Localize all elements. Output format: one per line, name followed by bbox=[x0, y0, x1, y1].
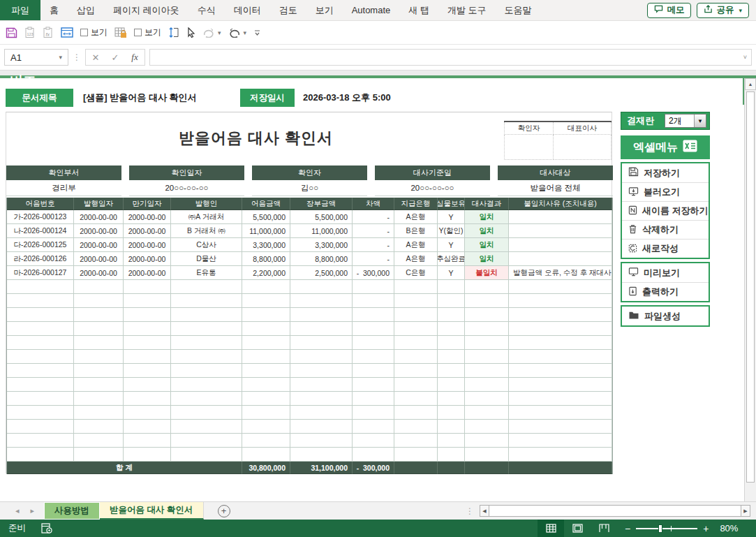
table-cell[interactable] bbox=[74, 392, 124, 406]
horizontal-scrollbar-track[interactable] bbox=[489, 505, 741, 517]
horizontal-scrollbar[interactable]: ◀ ▶ bbox=[480, 505, 750, 517]
table-cell[interactable] bbox=[124, 280, 171, 294]
memo-button[interactable]: 메모 bbox=[647, 3, 691, 18]
table-cell[interactable] bbox=[171, 364, 242, 378]
table-cell[interactable]: 2,500,000 bbox=[290, 266, 353, 280]
table-cell[interactable] bbox=[7, 434, 74, 448]
approval-col-confirmer[interactable]: 확인자 bbox=[504, 122, 554, 135]
table-cell[interactable] bbox=[465, 378, 509, 392]
table-cell[interactable]: Y bbox=[438, 238, 465, 252]
total-label[interactable]: 합 계 bbox=[7, 462, 242, 474]
table-cell[interactable] bbox=[438, 308, 465, 322]
table-cell[interactable] bbox=[465, 350, 509, 364]
table-cell[interactable] bbox=[509, 420, 612, 434]
table-cell[interactable]: 다-2026-000125 bbox=[7, 238, 74, 252]
table-cell[interactable] bbox=[290, 364, 353, 378]
table-cell[interactable] bbox=[394, 280, 438, 294]
save-icon[interactable] bbox=[6, 27, 17, 38]
table-cell[interactable] bbox=[171, 350, 242, 364]
table-cell[interactable]: A은행 bbox=[394, 210, 438, 224]
ribbon-tab-삽입[interactable]: 삽입 bbox=[68, 0, 104, 20]
insert-function-icon[interactable]: fx bbox=[125, 52, 144, 63]
table-cell[interactable] bbox=[124, 322, 171, 336]
table-cell[interactable] bbox=[353, 406, 394, 420]
table-cell[interactable] bbox=[242, 350, 290, 364]
menu-create-file-button[interactable]: 파일생성 bbox=[622, 307, 709, 325]
zoom-level[interactable]: 80% bbox=[720, 523, 738, 534]
table-cell[interactable]: E유통 bbox=[171, 266, 242, 280]
table-cell[interactable] bbox=[242, 280, 290, 294]
table-cell[interactable] bbox=[353, 434, 394, 448]
table-cell[interactable]: 11,000,000 bbox=[290, 224, 353, 238]
table-cell[interactable] bbox=[438, 420, 465, 434]
table-cell[interactable] bbox=[124, 308, 171, 322]
table-cell[interactable]: 2000-00-00 bbox=[124, 210, 171, 224]
sheet-next-icon[interactable]: ▸ bbox=[31, 506, 35, 515]
field-value[interactable]: 받을어음 전체 bbox=[498, 180, 613, 196]
field-value[interactable]: 20○○-○○-○○ bbox=[129, 180, 244, 196]
table-cell[interactable] bbox=[124, 364, 171, 378]
ribbon-tab-파일[interactable]: 파일 bbox=[0, 0, 40, 20]
saved-time-value[interactable]: 2026-03-18 오후 5:00 bbox=[303, 91, 391, 104]
table-cell[interactable] bbox=[465, 308, 509, 322]
table-cell[interactable]: 일치 bbox=[465, 210, 509, 224]
ribbon-tab-개발 도구[interactable]: 개발 도구 bbox=[438, 0, 496, 20]
checkbox-icon[interactable] bbox=[80, 29, 88, 36]
table-cell[interactable] bbox=[509, 364, 612, 378]
approval-sign-cell[interactable] bbox=[554, 135, 612, 160]
table-header-cell[interactable]: 발행인 bbox=[171, 198, 242, 210]
ribbon-tab-수식[interactable]: 수식 bbox=[188, 0, 225, 20]
table-cell[interactable] bbox=[509, 252, 612, 266]
table-cell[interactable] bbox=[290, 406, 353, 420]
table-cell[interactable] bbox=[7, 294, 74, 308]
chevron-down-icon[interactable]: ▾ bbox=[59, 54, 62, 61]
checkbox-icon[interactable] bbox=[134, 29, 142, 36]
table-cell[interactable] bbox=[394, 308, 438, 322]
total-book-amount[interactable]: 31,100,000 bbox=[290, 462, 353, 474]
table-cell[interactable] bbox=[74, 364, 124, 378]
table-cell[interactable] bbox=[290, 294, 353, 308]
document-title[interactable]: 받을어음 대사 확인서 bbox=[6, 128, 505, 149]
table-cell[interactable] bbox=[124, 378, 171, 392]
row-height-icon[interactable] bbox=[168, 27, 179, 38]
table-cell[interactable]: Y bbox=[438, 210, 465, 224]
ribbon-tab-데이터[interactable]: 데이터 bbox=[225, 0, 270, 20]
table-cell[interactable]: 나-2026-000124 bbox=[7, 224, 74, 238]
menu-load-button[interactable]: 불러오기 bbox=[622, 182, 709, 201]
table-cell[interactable] bbox=[290, 434, 353, 448]
table-cell[interactable] bbox=[74, 420, 124, 434]
table-cell[interactable]: 2000-00-00 bbox=[124, 266, 171, 280]
table-cell[interactable] bbox=[124, 350, 171, 364]
table-cell[interactable] bbox=[394, 406, 438, 420]
ribbon-tab-페이지 레이아웃[interactable]: 페이지 레이아웃 bbox=[104, 0, 188, 20]
table-cell[interactable]: 8,800,000 bbox=[242, 252, 290, 266]
ribbon-tab-새 탭[interactable]: 새 탭 bbox=[399, 0, 438, 20]
table-cell[interactable] bbox=[124, 434, 171, 448]
table-cell[interactable]: 일치 bbox=[465, 238, 509, 252]
protect-sheet-icon[interactable] bbox=[114, 27, 127, 38]
zoom-in-icon[interactable]: + bbox=[703, 523, 709, 534]
table-cell[interactable] bbox=[242, 434, 290, 448]
table-cell[interactable] bbox=[465, 434, 509, 448]
table-cell[interactable]: 발행금액 오류, 수정 후 재대사 bbox=[509, 266, 612, 280]
table-cell[interactable] bbox=[7, 350, 74, 364]
ribbon-tab-검토[interactable]: 검토 bbox=[270, 0, 306, 20]
table-cell[interactable] bbox=[465, 406, 509, 420]
ribbon-tab-홈[interactable]: 홈 bbox=[40, 0, 68, 20]
table-cell[interactable] bbox=[438, 294, 465, 308]
total-diff-amount[interactable]: - 300,000 bbox=[353, 462, 394, 474]
table-cell[interactable] bbox=[171, 448, 242, 462]
cursor-icon[interactable] bbox=[186, 27, 195, 38]
zoom-slider[interactable] bbox=[636, 524, 697, 533]
table-cell[interactable] bbox=[124, 294, 171, 308]
table-cell[interactable] bbox=[171, 420, 242, 434]
table-cell[interactable]: 2000-00-00 bbox=[74, 238, 124, 252]
table-cell[interactable]: - bbox=[353, 252, 394, 266]
table-cell[interactable] bbox=[353, 308, 394, 322]
chevron-down-icon[interactable]: ˅ bbox=[743, 54, 747, 61]
table-cell[interactable] bbox=[394, 350, 438, 364]
table-cell[interactable] bbox=[353, 322, 394, 336]
table-cell[interactable] bbox=[438, 448, 465, 462]
table-cell[interactable] bbox=[74, 294, 124, 308]
table-cell[interactable]: 2000-00-00 bbox=[74, 266, 124, 280]
